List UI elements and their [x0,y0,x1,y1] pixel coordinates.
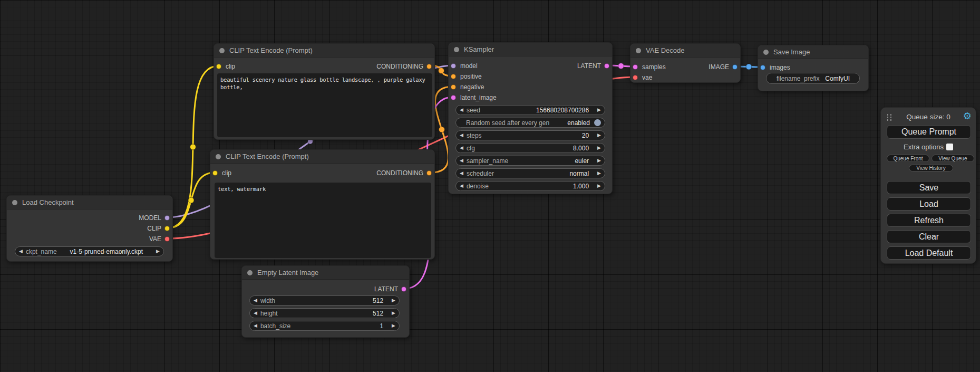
widget-value: 512 [373,310,383,317]
prompt-textarea[interactable]: beautiful scenery nature glass bottle la… [217,73,432,137]
queue-panel[interactable]: Queue size: 0 ⚙ Queue Prompt Extra optio… [880,107,976,264]
width-widget[interactable]: ◀ width 512 ▶ [249,295,400,306]
prompt-textarea[interactable]: text, watermark [215,183,431,258]
increment-arrow-icon[interactable]: ▶ [392,311,395,316]
node-clip-text-encode-positive[interactable]: CLIP Text Encode (Prompt) clip CONDITION… [214,43,435,140]
output-dot-model[interactable] [164,215,170,221]
queue-prompt-button[interactable]: Queue Prompt [887,125,971,139]
decrement-arrow-icon[interactable]: ◀ [254,323,257,328]
toggle-enabled-icon[interactable] [594,119,601,126]
node-vae-decode[interactable]: VAE Decode samples IMAGE vae [630,43,741,83]
node-header[interactable]: KSampler [449,43,612,56]
input-label-images: images [770,64,790,71]
output-dot-conditioning[interactable] [426,64,432,69]
decrement-arrow-icon[interactable]: ◀ [460,184,463,188]
graph-canvas[interactable]: Load Checkpoint MODEL CLIP VAE ◀ ckpt_na… [0,0,980,372]
decrement-arrow-icon[interactable]: ◀ [460,146,463,150]
node-load-checkpoint[interactable]: Load Checkpoint MODEL CLIP VAE ◀ ckpt_na… [6,195,173,262]
input-dot-latent-image[interactable] [451,95,456,100]
wire-midpoint-dot[interactable] [439,127,445,132]
scheduler-widget[interactable]: ◀ scheduler normal ▶ [455,168,605,178]
collapse-dot-icon[interactable] [763,50,769,55]
output-dot-latent[interactable] [604,63,609,69]
collapse-dot-icon[interactable] [12,200,17,205]
increment-arrow-icon[interactable]: ▶ [392,323,395,328]
increment-arrow-icon[interactable]: ▶ [597,108,601,112]
wire-midpoint-dot[interactable] [190,144,196,150]
ckpt-name-widget[interactable]: ◀ ckpt_name v1-5-pruned-emaonly.ckpt ▶ [15,246,164,256]
wire-midpoint-dot[interactable] [746,64,752,70]
sampler-name-widget[interactable]: ◀ sampler_name euler ▶ [455,156,605,166]
collapse-dot-icon[interactable] [219,48,225,53]
increment-arrow-icon[interactable]: ▶ [156,249,160,254]
wire-midpoint-dot[interactable] [439,68,444,74]
output-label-clip: CLIP [147,225,161,232]
output-label-conditioning: CONDITIONING [376,169,423,177]
extra-options-checkbox[interactable] [946,144,953,150]
node-header[interactable]: CLIP Text Encode (Prompt) [210,150,434,164]
increment-arrow-icon[interactable]: ▶ [597,146,601,150]
widget-value: v1-5-pruned-emaonly.ckpt [57,248,156,255]
collapse-dot-icon[interactable] [247,270,253,275]
filename-prefix-widget[interactable]: filename_prefix ComfyUI [766,73,860,84]
decrement-arrow-icon[interactable]: ◀ [254,311,257,316]
view-queue-button[interactable]: View Queue [932,155,974,162]
input-dot-vae[interactable] [633,75,638,80]
widget-label: width [260,297,275,304]
input-dot-positive[interactable] [451,74,456,79]
refresh-button[interactable]: Refresh [887,214,971,227]
view-history-button[interactable]: View History [909,165,953,171]
decrement-arrow-icon[interactable]: ◀ [254,298,257,303]
node-header[interactable]: Save Image [758,45,868,59]
batch-size-widget[interactable]: ◀ batch_size 1 ▶ [249,321,400,331]
collapse-dot-icon[interactable] [454,47,459,52]
increment-arrow-icon[interactable]: ▶ [597,133,601,138]
random-seed-widget[interactable]: Random seed after every gen enabled [455,118,605,128]
node-clip-text-encode-negative[interactable]: CLIP Text Encode (Prompt) clip CONDITION… [210,149,435,260]
decrement-arrow-icon[interactable]: ◀ [19,249,23,254]
node-ksampler[interactable]: KSampler model LATENT positive negative … [448,42,613,194]
increment-arrow-icon[interactable]: ▶ [597,184,601,188]
node-header[interactable]: Empty Latent Image [242,266,409,280]
node-header[interactable]: VAE Decode [630,44,740,58]
cfg-widget[interactable]: ◀ cfg 8.000 ▶ [455,143,605,153]
height-widget[interactable]: ◀ height 512 ▶ [249,308,400,318]
widget-label: denoise [467,183,489,190]
decrement-arrow-icon[interactable]: ◀ [460,133,463,138]
queue-front-button[interactable]: Queue Front [887,155,929,162]
increment-arrow-icon[interactable]: ▶ [597,158,601,163]
input-dot-clip[interactable] [212,170,218,176]
increment-arrow-icon[interactable]: ▶ [597,171,601,176]
output-dot-clip[interactable] [164,226,170,231]
collapse-dot-icon[interactable] [636,48,641,53]
decrement-arrow-icon[interactable]: ◀ [460,108,463,112]
input-dot-negative[interactable] [451,84,456,90]
widget-label: seed [467,107,480,114]
settings-gear-icon[interactable]: ⚙ [963,110,972,122]
load-button[interactable]: Load [887,197,971,211]
output-dot-conditioning[interactable] [426,170,432,176]
decrement-arrow-icon[interactable]: ◀ [460,158,463,163]
collapse-dot-icon[interactable] [216,154,221,159]
wire-midpoint-dot[interactable] [618,63,624,69]
wire-midpoint-dot[interactable] [188,197,194,203]
clear-button[interactable]: Clear [887,230,971,243]
node-header[interactable]: Load Checkpoint [7,196,172,209]
output-dot-image[interactable] [732,64,738,70]
node-empty-latent-image[interactable]: Empty Latent Image LATENT ◀ width 512 ▶ … [241,265,410,338]
output-dot-vae[interactable] [164,236,170,242]
increment-arrow-icon[interactable]: ▶ [392,298,395,303]
input-dot-clip[interactable] [216,64,221,69]
input-dot-images[interactable] [760,65,765,70]
decrement-arrow-icon[interactable]: ◀ [460,171,463,176]
denoise-widget[interactable]: ◀ denoise 1.000 ▶ [455,181,605,191]
node-save-image[interactable]: Save Image images filename_prefix ComfyU… [758,45,869,91]
node-header[interactable]: CLIP Text Encode (Prompt) [214,44,434,58]
load-default-button[interactable]: Load Default [887,246,971,260]
save-button[interactable]: Save [887,181,971,194]
input-dot-samples[interactable] [633,64,638,70]
output-dot-latent[interactable] [401,287,406,292]
input-dot-model[interactable] [451,63,456,69]
seed-widget[interactable]: ◀ seed 156680208700286 ▶ [455,105,605,115]
steps-widget[interactable]: ◀ steps 20 ▶ [455,130,605,140]
